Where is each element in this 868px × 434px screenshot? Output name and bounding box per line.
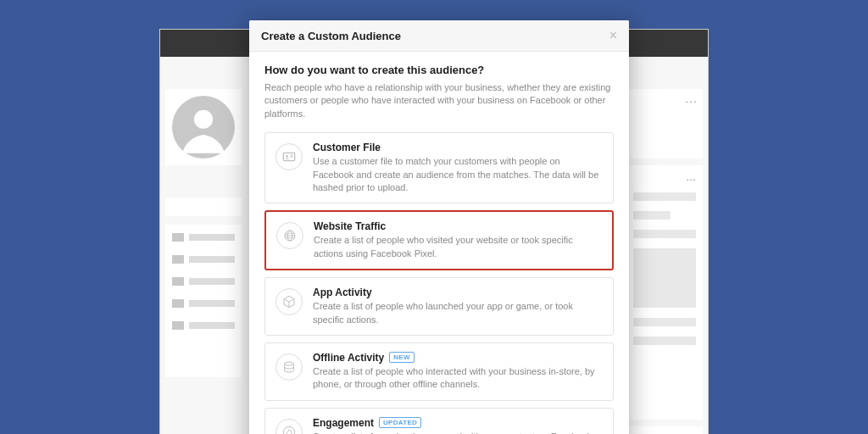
avatar-placeholder-icon bbox=[172, 96, 235, 159]
avatar bbox=[165, 89, 242, 165]
close-icon[interactable]: × bbox=[609, 29, 617, 42]
modal-question: How do you want to create this audience? bbox=[264, 64, 614, 76]
modal-header: Create a Custom Audience × bbox=[249, 20, 629, 52]
option-engagement[interactable]: EngagementUPDATEDCreate a list of people… bbox=[264, 408, 614, 434]
svg-point-1 bbox=[194, 110, 213, 129]
create-audience-modal: Create a Custom Audience × How do you wa… bbox=[249, 20, 629, 434]
add-panel-button[interactable]: + bbox=[626, 426, 703, 434]
option-desc: Create a list of people who interacted w… bbox=[313, 365, 603, 392]
more-icon[interactable]: ··· bbox=[685, 94, 698, 108]
badge-new: NEW bbox=[389, 352, 415, 363]
badge-updated: UPDATED bbox=[379, 417, 421, 428]
option-desc: Create a list of people who visited your… bbox=[314, 234, 602, 260]
option-title: EngagementUPDATED bbox=[313, 417, 603, 429]
option-offline-activity[interactable]: Offline ActivityNEWCreate a list of peop… bbox=[264, 342, 614, 401]
modal-subtext: Reach people who have a relationship wit… bbox=[264, 81, 614, 120]
right-panel-top: ··· bbox=[626, 89, 703, 159]
stack-icon bbox=[275, 353, 303, 381]
id-card-icon bbox=[275, 143, 303, 170]
option-desc: Create a list of people who engaged with… bbox=[313, 431, 603, 434]
right-panel-main: ··· bbox=[626, 165, 703, 420]
modal-body: How do you want to create this audience?… bbox=[249, 52, 629, 434]
option-customer-file[interactable]: Customer FileUse a customer file to matc… bbox=[264, 132, 614, 203]
option-title: Offline ActivityNEW bbox=[313, 352, 603, 364]
option-title: App Activity bbox=[313, 287, 603, 298]
modal-title: Create a Custom Audience bbox=[261, 30, 401, 42]
option-desc: Create a list of people who launched you… bbox=[313, 300, 603, 326]
box-icon bbox=[275, 288, 303, 315]
more-icon[interactable]: ··· bbox=[633, 172, 696, 186]
option-website-traffic[interactable]: Website TrafficCreate a list of people w… bbox=[264, 210, 614, 270]
option-title: Customer File bbox=[313, 142, 603, 153]
globe-icon bbox=[276, 222, 303, 249]
left-sidebar-list bbox=[165, 225, 242, 377]
option-app-activity[interactable]: App ActivityCreate a list of people who … bbox=[264, 277, 614, 336]
thumb-icon bbox=[275, 419, 303, 434]
option-desc: Use a customer file to match your custom… bbox=[313, 155, 603, 194]
option-title: Website Traffic bbox=[314, 220, 602, 232]
left-sidebar-block bbox=[165, 198, 242, 216]
